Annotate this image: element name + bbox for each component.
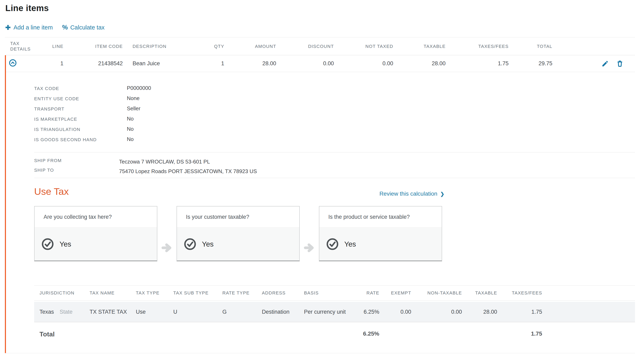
detail-row-is-marketplace: IS MARKETPLACE No [34,114,635,124]
amount-cell: 28.00 [224,60,276,67]
detail-value: Seller [127,106,140,112]
rate-type-cell: G [222,309,262,315]
check-circle-icon [326,238,339,251]
detail-value: P0000000 [127,85,151,91]
card-answer: Yes [177,227,299,260]
rate-cell: 6.25% [351,309,379,315]
review-calculation-link[interactable]: Review this calculation ❯ [380,190,444,197]
address-cell: Destination [262,309,304,315]
jurisdiction-table: JURISDICTION TAX NAME TAX TYPE TAX SUB T… [34,286,635,353]
col-header-address: ADDRESS [262,290,304,296]
chevron-right-icon: ❯ [440,191,444,197]
col-header-taxable: TAXABLE [462,290,497,296]
use-tax-flow: Are you collecting tax here? Yes [34,206,635,261]
plus-icon [5,24,11,30]
col-header-tax-details: TAX DETAILS [5,41,30,52]
detail-row-is-triangulation: IS TRIANGULATION No [34,124,635,135]
qty-cell: 1 [196,60,224,67]
edit-pencil-icon[interactable] [602,60,609,67]
discount-cell: 0.00 [276,60,334,67]
description-cell: Bean Juice [123,60,196,67]
detail-value: No [127,126,134,132]
percent-icon: % [62,24,68,31]
tax-sub-type-cell: U [173,309,222,315]
col-header-discount: DISCOUNT [276,44,334,49]
detail-value: No [127,136,134,142]
add-line-item-button[interactable]: Add a line item [5,24,53,31]
ship-from-value: Teczowa 7 WROCLAW, DS 53-601 PL [119,158,210,165]
card-question: Is your customer taxable? [177,206,299,227]
review-calculation-label: Review this calculation [380,190,438,197]
col-header-item-code: ITEM CODE [64,44,123,49]
col-header-qty: QTY [196,44,224,49]
col-header-line: LINE [30,44,64,49]
col-header-total: TOTAL [508,44,552,49]
detail-label: ENTITY USE CODE [34,96,127,102]
jurisdiction-cell: TexasState [34,309,90,315]
tax-name-cell: TX STATE TAX [90,309,136,315]
collapse-chevron-button[interactable] [9,59,17,67]
taxes-fees-cell: 1.75 [446,60,508,67]
row-actions [552,60,635,67]
line-item-details-panel: TAX CODE P0000000 ENTITY USE CODE None T… [6,72,635,353]
check-circle-icon [41,238,54,251]
jurisdiction-total-row: Total 6.25% 1.75 [34,322,635,353]
total-cell: 29.75 [508,60,552,67]
total-label: Total [34,330,351,338]
col-header-rate: RATE [351,290,379,296]
jurisdiction-header-row: JURISDICTION TAX NAME TAX TYPE TAX SUB T… [34,286,635,300]
detail-value: No [127,116,134,122]
card-product-taxable: Is the product or service taxable? Yes [319,206,442,261]
detail-label: IS GOODS SECOND HAND [34,137,127,142]
card-answer: Yes [319,227,442,260]
flow-arrow-icon [300,206,319,261]
col-header-tax-sub-type: TAX SUB TYPE [173,290,222,296]
delete-trash-icon[interactable] [616,60,624,67]
calculate-tax-label: Calculate tax [70,24,104,31]
not-taxed-cell: 0.00 [334,60,393,67]
jurisdiction-name: Texas [40,309,54,315]
card-collecting-tax: Are you collecting tax here? Yes [34,206,157,261]
col-header-not-taxed: NOT TAXED [334,44,393,49]
detail-row-entity-use-code: ENTITY USE CODE None [34,94,635,104]
detail-value: None [127,95,140,102]
item-code-cell: 21438542 [64,60,123,67]
jurisdiction-row: TexasState TX STATE TAX Use U G Destinat… [34,302,635,322]
line-items-page: Line items Add a line item % Calculate t… [0,3,644,354]
toolbar: Add a line item % Calculate tax [5,24,644,31]
check-circle-icon [184,238,196,251]
line-number-cell: 1 [30,60,64,67]
total-taxes-fees: 1.75 [497,330,542,337]
col-header-tax-type: TAX TYPE [136,290,173,296]
card-question: Is the product or service taxable? [319,206,442,227]
exempt-cell: 0.00 [379,309,411,315]
add-line-item-label: Add a line item [14,24,53,31]
col-header-jurisdiction: JURISDICTION [34,290,90,296]
detail-row-transport: TRANSPORT Seller [34,104,635,114]
col-header-taxes-fees: TAXES/FEES [497,290,542,296]
ship-from-label: SHIP FROM [34,158,119,163]
col-header-taxes-fees: TAXES/FEES [446,44,508,49]
col-header-basis: BASIS [304,290,351,296]
use-tax-title: Use Tax [34,186,69,197]
col-header-exempt: EXEMPT [379,290,411,296]
col-header-description: DESCRIPTION [123,44,196,49]
detail-label: TAX CODE [34,86,127,91]
use-tax-header: Use Tax Review this calculation ❯ [34,186,444,197]
card-question: Are you collecting tax here? [34,206,157,227]
col-header-amount: AMOUNT [224,44,276,49]
detail-row-tax-code: TAX CODE P0000000 [34,84,635,94]
tax-type-cell: Use [136,309,173,315]
line-item-row: 1 21438542 Bean Juice 1 28.00 0.00 0.00 … [6,55,635,72]
ship-to-row: SHIP TO 75470 Lopez Roads PORT JESSICATO… [34,165,635,175]
card-customer-taxable: Is your customer taxable? Yes [176,206,300,261]
ship-to-label: SHIP TO [34,168,119,173]
basis-cell: Per currency unit [304,309,351,315]
card-answer-text: Yes [60,240,71,248]
line-items-header-row: TAX DETAILS LINE ITEM CODE DESCRIPTION Q… [5,37,635,55]
calculate-tax-button[interactable]: % Calculate tax [62,24,104,31]
detail-label: IS TRIANGULATION [34,127,127,132]
card-answer: Yes [34,227,157,260]
flow-arrow-icon [157,206,176,261]
jurisdiction-level: State [60,309,72,315]
